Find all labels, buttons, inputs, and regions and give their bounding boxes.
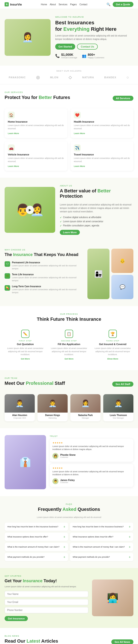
gs-title-start: Get Your bbox=[5, 578, 23, 583]
hero-buttons: Get Started Contact Us bbox=[55, 44, 133, 50]
hero-title-highlight: Everything bbox=[63, 26, 89, 32]
stat-customers-info: 800+ Happy Customers bbox=[88, 53, 104, 59]
nav-links: Home About Services Pages Contact bbox=[41, 3, 87, 6]
nav-link-services[interactable]: Services bbox=[59, 3, 67, 6]
services-grid: 🏠 Home Insurance Lorem ipsum dolor sit a… bbox=[5, 108, 133, 171]
faq-item-3[interactable]: What insurance options does InsurVie off… bbox=[5, 533, 68, 541]
why-item-3-icon: 💊 bbox=[5, 285, 10, 291]
test-author-2: 👨 James Finley Customer bbox=[52, 478, 131, 484]
service-vehicle-name: Vehicle Insurance bbox=[8, 153, 64, 156]
brand-2: ◎ bbox=[36, 75, 40, 80]
why-item-1: 🛡 Permanent Life Insurance Lorem ipsum d… bbox=[5, 261, 83, 270]
team-see-all-button[interactable]: See All Staff bbox=[112, 382, 133, 387]
get-started-section: Get Started Get Your Insurance Today! Lo… bbox=[0, 568, 138, 628]
hero-contact-button[interactable]: Contact Us bbox=[77, 44, 98, 50]
search-icon[interactable]: 🔍 bbox=[106, 2, 110, 6]
nav-logo-text: InsurVie bbox=[10, 3, 22, 6]
blog-see-all-button[interactable]: See All News bbox=[111, 640, 133, 644]
nav-cta-button[interactable]: Get a Quote bbox=[113, 2, 133, 7]
service-home-desc: Lorem ipsum dolor sit amet consectetur a… bbox=[8, 124, 64, 130]
about-title-end: Protection bbox=[60, 194, 83, 198]
why-item-1-text: Permanent Life Insurance Lorem ipsum dol… bbox=[12, 261, 83, 270]
gs-submit-button[interactable]: Get Insurance bbox=[5, 616, 28, 621]
faq-item-1[interactable]: How long has InsurVie been in the insura… bbox=[5, 522, 68, 531]
gs-title-end: Today! bbox=[42, 578, 57, 583]
faq-item-5[interactable]: What is the maximum amount of money that… bbox=[5, 543, 68, 551]
play-button[interactable]: ▶ bbox=[26, 206, 34, 214]
stat-icon-customers: 👥 bbox=[82, 54, 86, 58]
test-text-1: Lorem ipsum dolor sit amet consectetur a… bbox=[52, 445, 131, 451]
stat-customers-label: Happy Customers bbox=[88, 56, 104, 59]
gs-content: Get Started Get Your Insurance Today! Lo… bbox=[5, 575, 88, 621]
step-1-link[interactable]: Get More bbox=[7, 358, 44, 360]
test-avatar-1: 👩 bbox=[52, 453, 58, 459]
faq-expand-icon-3: + bbox=[63, 535, 65, 538]
hero-content: Welcome to InsurVie Best Insurances for … bbox=[55, 16, 133, 59]
gs-phone-input[interactable] bbox=[5, 607, 88, 613]
step-1-num: First Step bbox=[7, 340, 44, 342]
team-photo-2: 👨‍💼 bbox=[38, 394, 68, 412]
brand-bandex: BANDEX bbox=[104, 76, 116, 79]
service-health-link[interactable]: Learn More bbox=[74, 132, 85, 134]
nav-link-about[interactable]: About bbox=[50, 3, 56, 6]
why-item-2-text: Term Life Insurance Lorem ipsum dolor si… bbox=[12, 273, 83, 282]
service-home-link[interactable]: Learn More bbox=[8, 132, 19, 134]
why-item-1-desc: Lorem ipsum dolor sit amet consectetur a… bbox=[12, 264, 83, 270]
service-vehicle-desc: Lorem ipsum dolor sit amet consectetur a… bbox=[8, 157, 64, 163]
service-travel: ✈️ Travel Insurance Lorem ipsum dolor si… bbox=[71, 141, 133, 171]
faq-item-4[interactable]: What insurance options does InsurVie off… bbox=[70, 533, 133, 541]
service-vehicle-link[interactable]: Learn More bbox=[8, 165, 19, 167]
navbar: N InsurVie Home About Services Pages Con… bbox=[0, 0, 138, 9]
team-photo-4: 👨‍💼 bbox=[103, 394, 133, 412]
team-grid: 👨‍💼 Alan Houston Corporate CEO 👨‍💼 Damon… bbox=[5, 394, 133, 421]
why-item-2: 🌿 Term Life Insurance Lorem ipsum dolor … bbox=[5, 273, 83, 282]
faq-item-6[interactable]: What is the maximum amount of money that… bbox=[70, 543, 133, 551]
brands-section: Meet Our Holders PANASONIC ◎ MLON ◇ NATU… bbox=[0, 66, 138, 84]
team-member-3: 👩‍💼 Natasha Park Manager bbox=[70, 394, 100, 421]
hero-image: 👩‍💼 bbox=[5, 19, 51, 56]
why-image-stack: 👩‍👧 👴 💬 bbox=[87, 249, 133, 299]
nav-link-pages[interactable]: Pages bbox=[70, 3, 77, 6]
faq-question-4: What insurance options does InsurVie off… bbox=[73, 536, 127, 538]
hero-stats: 📞 $1,000K Annual Coverage 👥 800+ Happy C… bbox=[55, 53, 133, 59]
faq-question-8: What payment methods do you provide? bbox=[73, 556, 127, 558]
faq-item-8[interactable]: What payment methods do you provide? + bbox=[70, 553, 133, 561]
step-3-num: Third Step bbox=[94, 340, 131, 342]
step-2-link[interactable]: Get More bbox=[50, 358, 88, 360]
faq-title: Frequently Asked Questions bbox=[5, 507, 133, 512]
gs-title: Get Your Insurance Today! bbox=[5, 578, 88, 584]
service-travel-link[interactable]: Learn More bbox=[74, 165, 85, 167]
about-learn-more-button[interactable]: Learn More bbox=[60, 230, 80, 235]
process-step-1: ✏️ First Step Get Quotation Lorem ipsum … bbox=[5, 326, 46, 363]
hero-get-started-button[interactable]: Get Started bbox=[55, 44, 75, 50]
why-left: Why Choose Us The Insurance That Keeps Y… bbox=[5, 249, 83, 297]
stat-customers-num: 800+ bbox=[88, 53, 104, 56]
nav-link-contact[interactable]: Contact bbox=[79, 3, 87, 6]
process-title-highlight: Future bbox=[50, 316, 65, 322]
services-all-button[interactable]: All Services bbox=[113, 96, 133, 101]
stat-coverage-num: $1,000K bbox=[61, 53, 77, 56]
why-inner: Why Choose Us The Insurance That Keeps Y… bbox=[5, 249, 133, 299]
why-title-start: The bbox=[5, 252, 13, 257]
why-image-s2: 💬 bbox=[111, 275, 133, 299]
faq-item-2[interactable]: How long has InsurVie been in the insura… bbox=[70, 522, 133, 531]
nav-logo[interactable]: N InsurVie bbox=[5, 2, 22, 6]
team-photo-1: 👨‍💼 bbox=[5, 394, 35, 412]
step-1-icon: ✏️ bbox=[21, 330, 30, 338]
faq-item-7[interactable]: What payment methods do you provide? + bbox=[5, 553, 68, 561]
faq-question-3: What insurance options does InsurVie off… bbox=[7, 536, 62, 538]
gs-email-input[interactable] bbox=[5, 599, 88, 605]
step-3-link[interactable]: Show More bbox=[94, 358, 131, 360]
hero-title-line1: Best Insurances bbox=[55, 20, 94, 26]
gs-label: Get Started bbox=[5, 575, 88, 577]
brand-diamond: ◇ bbox=[69, 75, 72, 80]
services-title-highlight: Better bbox=[39, 95, 52, 100]
stat-icon-phone: 📞 bbox=[55, 54, 60, 58]
nav-link-home[interactable]: Home bbox=[41, 3, 47, 6]
service-home: 🏠 Home Insurance Lorem ipsum dolor sit a… bbox=[5, 108, 67, 138]
process-title-end: Think Insurance bbox=[65, 316, 101, 322]
team-section: Our Team Meet Our Professional Staff See… bbox=[0, 370, 138, 428]
why-label: Why Choose Us bbox=[5, 249, 83, 251]
gs-name-input[interactable] bbox=[5, 591, 88, 597]
about-check-text-1: Creative digital solutions at affordable bbox=[63, 216, 101, 218]
